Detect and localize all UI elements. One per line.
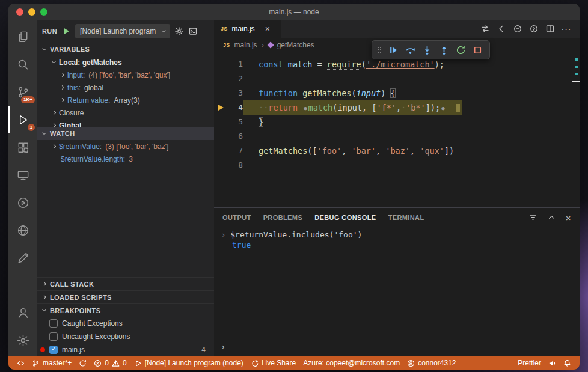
open-debug-console-icon[interactable] xyxy=(188,26,198,36)
more-actions-icon[interactable]: ··· xyxy=(559,22,574,36)
navigate-forward-circle-icon[interactable] xyxy=(527,22,541,36)
dash-circle-icon[interactable] xyxy=(510,22,525,36)
feedback-status[interactable] xyxy=(545,359,560,367)
step-out-button[interactable] xyxy=(436,42,452,58)
explorer-icon[interactable] xyxy=(8,23,37,50)
stop-button[interactable] xyxy=(470,42,485,58)
code-line[interactable]: 3function getMatches(input) { xyxy=(214,86,580,100)
split-editor-icon[interactable] xyxy=(543,22,557,36)
run-and-debug-icon[interactable]: 1 xyxy=(8,106,37,133)
formatter-status[interactable]: Prettier xyxy=(514,359,545,367)
watch-name: $returnValue.length: xyxy=(61,155,125,163)
line-number: 6 xyxy=(227,129,243,144)
variable-name: this: xyxy=(67,84,81,92)
live-share-status[interactable]: Live Share xyxy=(247,356,299,370)
launch-config-dropdown[interactable]: [Node] Launch program xyxy=(75,24,170,38)
extensions-icon[interactable] xyxy=(8,133,37,161)
code-line[interactable]: 5} xyxy=(214,115,580,129)
breadcrumb-file[interactable]: main.js xyxy=(234,41,257,49)
azure-account-status[interactable]: Azure: copeet@microsoft.com xyxy=(299,356,403,370)
panel-tab-debug-console[interactable]: DEBUG CONSOLE xyxy=(314,208,376,227)
pen-extension-icon[interactable] xyxy=(8,244,37,272)
variables-header-label: VARIABLES xyxy=(50,46,90,53)
launch-config-label: [Node] Launch program (node) xyxy=(145,359,243,367)
tab-mainjs[interactable]: JS main.js × xyxy=(214,20,281,38)
overview-ruler-mark xyxy=(575,58,578,61)
start-debugging-button[interactable] xyxy=(61,26,71,36)
variable-row[interactable]: this: global xyxy=(37,81,214,94)
debug-controls-toolbar xyxy=(372,40,490,59)
scope-global[interactable]: Global xyxy=(37,119,214,127)
variable-row[interactable]: Return value: Array(3) xyxy=(37,94,214,106)
code-line[interactable]: 4··return ●match(input, ['f*',·'b*']);● xyxy=(214,100,580,115)
scope-closure[interactable]: Closure xyxy=(37,106,214,119)
code-editor[interactable]: 1const match = require('./micromatch');2… xyxy=(214,52,580,207)
minimize-window-button[interactable] xyxy=(28,8,35,16)
code-line[interactable]: 6 xyxy=(214,129,580,144)
call-stack-section-header[interactable]: CALL STACK xyxy=(37,277,214,290)
live-share-icon xyxy=(251,359,259,367)
restart-button[interactable] xyxy=(453,42,468,58)
loaded-scripts-section-header[interactable]: LOADED SCRIPTS xyxy=(37,290,214,303)
overview-ruler-mark xyxy=(575,73,578,75)
close-tab-icon[interactable]: × xyxy=(265,25,270,33)
panel-tab-output[interactable]: OUTPUT xyxy=(222,208,251,227)
remote-explorer-icon[interactable] xyxy=(8,161,37,189)
filter-icon[interactable] xyxy=(528,213,537,223)
github-account-status[interactable]: connor4312 xyxy=(403,356,459,370)
editor-group: JS main.js × xyxy=(214,20,580,356)
launch-config-status[interactable]: [Node] Launch program (node) xyxy=(130,356,247,370)
configure-launch-gear-icon[interactable] xyxy=(174,26,184,36)
variables-section-header[interactable]: VARIABLES xyxy=(37,43,214,56)
checkbox-checked[interactable] xyxy=(49,346,58,354)
scope-local[interactable]: Local: getMatches xyxy=(37,56,214,69)
run-label: RUN xyxy=(42,28,57,35)
collapse-panel-icon[interactable] xyxy=(547,213,556,223)
sync-status[interactable] xyxy=(75,356,90,370)
search-icon[interactable] xyxy=(8,50,37,78)
panel-tab-terminal[interactable]: TERMINAL xyxy=(388,208,424,227)
code-line[interactable]: 7getMatches(['foo', 'bar', 'baz', 'qux']… xyxy=(214,144,580,158)
variable-name: input: xyxy=(67,71,85,79)
variable-value: global xyxy=(84,84,103,92)
git-branch-status[interactable]: master*+ xyxy=(28,356,75,370)
breakpoints-section-header[interactable]: BREAKPOINTS xyxy=(37,303,214,317)
breakpoint-row[interactable]: main.js 4 xyxy=(37,343,214,356)
browser-preview-icon[interactable] xyxy=(8,216,37,244)
code-line[interactable]: 2 xyxy=(214,72,580,86)
breakpoint-row[interactable]: Caught Exceptions xyxy=(37,317,214,330)
panel-tab-problems[interactable]: PROBLEMS xyxy=(263,208,303,227)
problems-status[interactable]: 0 0 xyxy=(90,356,130,370)
close-window-button[interactable] xyxy=(16,8,23,16)
code-line[interactable]: 8 xyxy=(214,158,580,172)
breadcrumb-symbol[interactable]: getMatches xyxy=(277,41,314,49)
close-panel-icon[interactable]: × xyxy=(566,213,571,223)
settings-gear-icon[interactable] xyxy=(8,326,37,354)
chevron-right-icon xyxy=(60,98,64,102)
checkbox-unchecked[interactable] xyxy=(49,332,58,341)
remote-indicator[interactable] xyxy=(13,356,28,370)
source-control-icon[interactable]: 1K+ xyxy=(8,78,37,106)
line-number: 1 xyxy=(227,57,243,72)
breakpoint-row[interactable]: Uncaught Exceptions xyxy=(37,330,214,343)
watch-row[interactable]: $returnValue: (3) ['foo', 'bar', 'baz'] xyxy=(37,140,214,153)
variable-row[interactable]: input: (4) ['foo', 'bar', 'baz', 'qux'] xyxy=(37,69,214,81)
console-prompt[interactable]: › xyxy=(221,342,225,352)
step-over-button[interactable] xyxy=(402,42,418,58)
navigate-back-icon[interactable] xyxy=(494,22,509,36)
continue-button[interactable] xyxy=(385,42,401,58)
editor-actions: ··· xyxy=(478,20,580,38)
notifications-status[interactable] xyxy=(560,359,575,367)
breakpoint-margin[interactable] xyxy=(214,105,227,111)
open-changes-icon[interactable] xyxy=(478,22,492,36)
drag-handle-icon[interactable] xyxy=(376,45,382,55)
accounts-icon[interactable] xyxy=(8,299,37,326)
watch-section-header[interactable]: WATCH xyxy=(37,127,214,140)
zoom-window-button[interactable] xyxy=(40,8,47,16)
step-into-button[interactable] xyxy=(419,42,435,58)
test-explorer-icon[interactable] xyxy=(8,189,37,216)
debug-console-content[interactable]: › $returnValue.includes('foo') true › xyxy=(214,227,580,356)
checkbox-unchecked[interactable] xyxy=(49,319,58,328)
watch-row[interactable]: $returnValue.length: 3 xyxy=(37,153,214,165)
chevron-down-icon xyxy=(42,46,46,50)
